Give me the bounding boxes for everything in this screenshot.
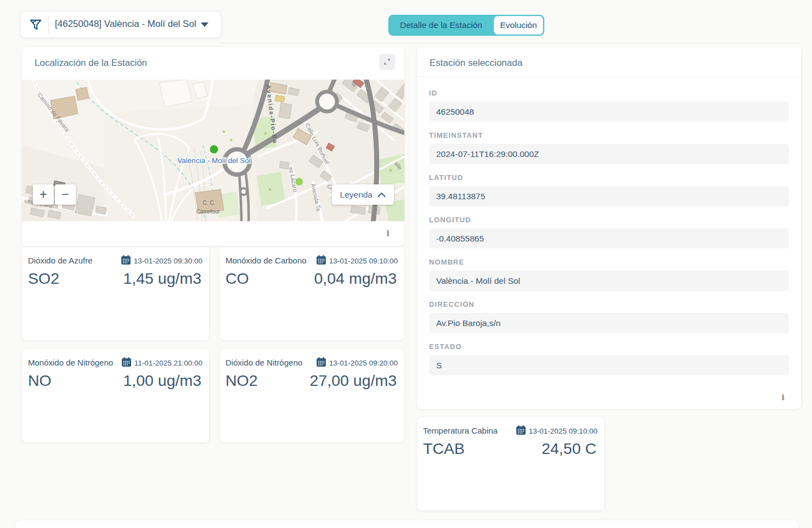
map-panel: Localización de la Estación	[22, 47, 404, 246]
sensor-value: 0,04 mg/m3	[314, 269, 397, 288]
tab-evolucion[interactable]: Evolución	[494, 16, 543, 35]
filter-icon	[29, 18, 43, 32]
sensor-value: 27,00 ug/m3	[310, 372, 397, 390]
sensor-timestamp: 11-01-2025 21:00:00	[134, 357, 202, 367]
zoom-in-button[interactable]: +	[33, 184, 54, 205]
sensor-name: Temperatura Cabina	[423, 424, 498, 435]
calendar-icon	[121, 255, 131, 265]
station-panel-title: Estación seleccionada	[417, 47, 801, 69]
field-value-longitud: -0.40855865	[429, 228, 789, 249]
tab-detalle-estacion[interactable]: Detalle de la Estación	[389, 15, 493, 35]
station-marker-label: València - Molí del Sol	[177, 156, 250, 165]
field-label-id: ID	[429, 89, 789, 97]
map-panel-title: Localización de la Estación	[22, 47, 404, 69]
sensor-card-so2: Dióxido de Azufre 13-01-2025 09:30:00 SO…	[22, 247, 209, 340]
field-label-direccion: DIRECCIÓN	[429, 300, 789, 308]
poi-label: Carrefour	[196, 209, 220, 215]
station-marker[interactable]	[210, 145, 218, 154]
header-divider	[221, 43, 801, 43]
station-selector[interactable]: [46250048] València - Molí del Sol	[20, 11, 221, 38]
expand-button[interactable]	[379, 54, 395, 70]
chevron-down-icon	[201, 23, 208, 27]
station-detail-panel: Estación seleccionada ID 46250048 TIMEIN…	[417, 47, 801, 409]
station-fields: ID 46250048 TIMEINSTANT 2024-07-11T16:29…	[429, 89, 789, 385]
field-label-estado: ESTADO	[429, 342, 789, 351]
field-value-direccion: Av.Pio Baroja,s/n	[429, 313, 789, 333]
field-value-nombre: València - Molí del Sol	[429, 271, 789, 291]
sensor-timestamp: 13-01-2025 09:10:00	[529, 425, 597, 435]
field-label-longitud: LONGITUD	[429, 216, 789, 224]
field-value-latitud: 39.48113875	[429, 186, 789, 206]
divider	[48, 15, 49, 34]
sensor-name: Dióxido de Azufre	[28, 254, 93, 265]
calendar-icon	[316, 255, 326, 265]
sensor-code: TCAB	[423, 440, 465, 458]
divider	[417, 76, 801, 77]
sensor-timestamp: 13-01-2025 09:10:00	[329, 255, 398, 265]
sensor-card-co: Monóxido de Carbono 13-01-2025 09:10:00 …	[219, 247, 404, 340]
sensor-code: CO	[225, 269, 249, 288]
info-icon[interactable]: i	[386, 229, 390, 238]
sensor-value: 24,50 C	[542, 440, 596, 458]
sensor-value: 1,45 ug/m3	[123, 269, 201, 288]
sensor-name: Monóxido de Nitrógeno	[28, 356, 113, 367]
sensor-name: Monóxido de Carbono	[225, 254, 307, 265]
sensor-code: SO2	[28, 269, 59, 288]
chevron-up-icon	[377, 192, 386, 198]
sensor-card-no: Monóxido de Nitrógeno 11-01-2025 21:00:0…	[22, 349, 209, 442]
calendar-icon	[316, 357, 326, 367]
calendar-icon	[516, 425, 526, 435]
next-section-panel	[15, 520, 799, 528]
sensor-code: NO2	[225, 372, 258, 390]
sensor-timestamp: 13-01-2025 09:20:00	[329, 357, 398, 367]
station-selector-value: [46250048] València - Molí del Sol	[55, 18, 196, 30]
poi-label: C. C.	[203, 200, 216, 206]
legend-button[interactable]: Leyenda	[332, 184, 394, 205]
zoom-out-button[interactable]: −	[55, 184, 76, 205]
sensor-code: NO	[28, 372, 52, 390]
field-value-id: 46250048	[429, 102, 789, 122]
sensor-timestamp: 13-01-2025 09:30:00	[134, 255, 202, 265]
field-label-latitud: LATITUD	[429, 173, 789, 182]
field-label-timeinstant: TIMEINSTANT	[429, 131, 789, 139]
legend-label: Leyenda	[340, 190, 373, 200]
field-value-estado: S	[429, 355, 789, 375]
expand-icon	[383, 58, 391, 66]
field-value-timeinstant: 2024-07-11T16:29:00.000Z	[429, 144, 789, 164]
sensor-name: Dióxido de Nitrógeno	[225, 356, 302, 367]
sensor-card-tcab: Temperatura Cabina 13-01-2025 09:10:00 T…	[417, 417, 604, 510]
calendar-icon	[121, 357, 132, 367]
info-icon[interactable]: i	[781, 394, 785, 402]
map-canvas[interactable]: Camino de Favara Avenida-Pío-Ba Calle Lu…	[22, 80, 404, 221]
view-tabs: Detalle de la Estación Evolución	[388, 15, 544, 36]
sensor-value: 1,00 ug/m3	[123, 372, 201, 390]
field-label-nombre: NOMBRE	[429, 258, 789, 266]
sensor-card-no2: Dióxido de Nitrógeno 13-01-2025 09:20:00…	[219, 349, 404, 442]
